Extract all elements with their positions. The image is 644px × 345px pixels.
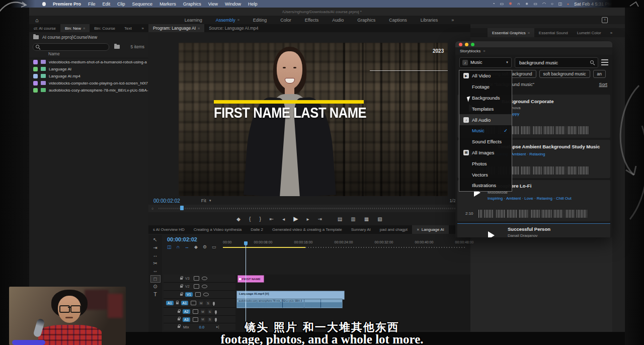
workspace-tab-editing[interactable]: Editing bbox=[253, 18, 267, 23]
battery-icon[interactable]: ▭ bbox=[533, 2, 537, 6]
captions-track-icon[interactable]: ▭ bbox=[212, 244, 216, 249]
extract-icon[interactable]: ▥ bbox=[351, 216, 355, 222]
zoom-traffic-icon[interactable] bbox=[471, 43, 474, 46]
mark-out-icon[interactable]: } bbox=[259, 216, 261, 222]
chip-suggestion[interactable]: soft background music bbox=[539, 70, 590, 78]
menubar-item-markers[interactable]: Markers bbox=[159, 2, 176, 7]
sort-button[interactable]: Sort bbox=[599, 82, 607, 87]
rectangle-tool-icon[interactable]: □ bbox=[150, 275, 160, 283]
project-search-input[interactable] bbox=[33, 43, 109, 51]
wifi-icon[interactable]: ◠ bbox=[542, 2, 546, 6]
menubar-item-help[interactable]: Help bbox=[248, 2, 258, 7]
timeline-timecode[interactable]: 00:00:02:02 bbox=[167, 236, 197, 242]
tab-project-ai-course[interactable]: ct: AI course bbox=[29, 24, 60, 32]
track-title[interactable]: Timelapse Ambient Background Study Music bbox=[498, 144, 606, 149]
snap-toggle-icon[interactable]: ∩ bbox=[177, 244, 180, 249]
menubar-item-edit[interactable]: Edit bbox=[103, 2, 111, 7]
waveform[interactable] bbox=[478, 210, 588, 218]
lift-icon[interactable]: ▤ bbox=[338, 216, 342, 222]
pinwheel-icon[interactable]: ✱ bbox=[509, 2, 512, 6]
search-icon[interactable] bbox=[590, 60, 595, 65]
menu-item-all-images[interactable]: ▦All Images bbox=[459, 147, 512, 158]
nest-toggle-icon[interactable]: ◫ bbox=[167, 244, 172, 249]
label-color-chip[interactable] bbox=[33, 88, 38, 93]
marker-icon[interactable]: ◆ bbox=[194, 244, 198, 249]
mute-button[interactable]: M bbox=[199, 301, 203, 305]
project-row[interactable]: videoblocks-medium-shot-of-a-humanoid-ro… bbox=[29, 58, 148, 65]
track-name[interactable]: V1 bbox=[185, 292, 193, 297]
sync-lock-icon[interactable] bbox=[193, 309, 198, 314]
sync-lock-icon[interactable] bbox=[194, 276, 199, 281]
track-output-eye-icon[interactable] bbox=[202, 285, 207, 288]
sync-lock-icon[interactable] bbox=[195, 292, 201, 297]
menubar-item-window[interactable]: Window bbox=[225, 2, 241, 7]
control-center-icon[interactable]: ◫ bbox=[558, 2, 562, 6]
track-name[interactable]: V3 bbox=[185, 277, 191, 280]
tab-bin-new[interactable]: Bin: New≡ bbox=[60, 24, 90, 32]
column-header-name[interactable]: Name bbox=[29, 51, 148, 58]
menubar-item-file[interactable]: File bbox=[88, 2, 96, 7]
seq-tab-4[interactable]: Sunnary AI bbox=[347, 225, 375, 234]
track-name[interactable]: V2 bbox=[185, 285, 191, 288]
linked-selection-icon[interactable]: ↔ bbox=[185, 244, 189, 249]
menu-item-vectors[interactable]: Vectors bbox=[459, 169, 512, 180]
panel-menu-icon[interactable]: ≡ bbox=[528, 31, 530, 35]
seq-tab-active[interactable]: ✕Language AI bbox=[412, 225, 449, 234]
fit-dropdown[interactable]: Fit▼ bbox=[201, 198, 212, 203]
track-title[interactable]: Background Corporate bbox=[502, 99, 606, 104]
tab-essential-graphics[interactable]: Essential Graphics≡ bbox=[488, 28, 534, 37]
minimize-traffic-icon[interactable] bbox=[465, 43, 468, 46]
project-overflow-chevron[interactable]: » bbox=[137, 24, 148, 32]
audio-card[interactable]: Successful Person Danail Draganov bbox=[457, 223, 610, 237]
label-color-chip[interactable] bbox=[33, 74, 38, 78]
menubar-item-sequence[interactable]: Sequence bbox=[132, 2, 153, 7]
workspace-overflow-chevron[interactable]: » bbox=[451, 18, 454, 23]
hand-tool-icon[interactable]: ⊙ bbox=[149, 283, 162, 291]
workspace-tab-assembly[interactable]: Assembly≡ bbox=[216, 18, 239, 23]
button-editor-icon[interactable]: ▧ bbox=[377, 216, 382, 222]
project-row[interactable]: Language AI.mp4 bbox=[29, 72, 148, 79]
menu-item-music[interactable]: Music✓ bbox=[459, 125, 512, 136]
lock-icon[interactable] bbox=[180, 294, 183, 296]
track-artist[interactable]: nova bbox=[512, 106, 606, 110]
track-tags[interactable]: Happy bbox=[508, 112, 606, 116]
lock-icon[interactable] bbox=[178, 311, 180, 313]
mark-in-icon[interactable]: { bbox=[249, 216, 251, 222]
seq-tab-5[interactable]: pad and chagpt bbox=[375, 225, 412, 234]
menu-item-sound-effects[interactable]: Sound Effects bbox=[459, 136, 512, 147]
menu-item-photos[interactable]: Photos bbox=[459, 158, 512, 169]
menu-item-all-video[interactable]: ▶All Video bbox=[459, 70, 512, 81]
export-frame-icon[interactable]: ▦ bbox=[364, 216, 369, 222]
share-export-icon[interactable]: ↑ bbox=[602, 17, 608, 23]
menubar-app-name[interactable]: Premiere Pro bbox=[53, 2, 81, 7]
tab-source-monitor[interactable]: Source: Language AI.mp4 bbox=[204, 24, 263, 32]
menu-item-templates[interactable]: Templates bbox=[459, 103, 512, 114]
workspace-tab-captions[interactable]: Captions bbox=[389, 18, 407, 23]
go-to-in-icon[interactable]: ⇤ bbox=[270, 216, 274, 222]
timeline-settings-icon[interactable]: ⚙ bbox=[203, 244, 207, 249]
right-overflow-chevron[interactable]: » bbox=[606, 28, 617, 37]
storyblocks-tab[interactable]: Storyblocks≡ bbox=[455, 47, 612, 55]
chip-suggestion[interactable]: an bbox=[593, 70, 606, 78]
tab-text[interactable]: Text bbox=[120, 24, 136, 32]
workspace-tab-color[interactable]: Color bbox=[280, 18, 291, 23]
menu-item-illustrations[interactable]: Illustrations bbox=[459, 180, 512, 191]
label-color-chip[interactable] bbox=[33, 81, 38, 85]
audio-clip[interactable]: audioblocks-cozy-atmosphere-78-mix_BErLv… bbox=[236, 299, 343, 308]
workspace-tab-graphics[interactable]: Graphics bbox=[357, 18, 375, 23]
track-output-eye-icon[interactable] bbox=[202, 277, 207, 280]
close-traffic-icon[interactable] bbox=[459, 43, 462, 46]
track-tags[interactable]: Inspiring · Ambient · Love · Relaxing · … bbox=[488, 196, 606, 201]
panel-menu-icon[interactable]: ≡ bbox=[83, 27, 85, 30]
search-bar[interactable] bbox=[515, 57, 598, 68]
track-name[interactable]: A2 bbox=[183, 309, 190, 314]
view-options-icon[interactable] bbox=[601, 59, 608, 66]
headphones-icon[interactable]: ∩ bbox=[517, 2, 520, 6]
play-icon[interactable]: ▶ bbox=[293, 215, 298, 222]
track-header-a1[interactable]: A1 A1 M S bbox=[164, 299, 238, 308]
type-tool-icon[interactable]: T bbox=[149, 290, 162, 298]
menubar-item-clip[interactable]: Clip bbox=[117, 2, 125, 7]
scrubber-track[interactable] bbox=[158, 208, 466, 209]
solo-button[interactable]: S bbox=[208, 309, 212, 314]
bin-up-icon[interactable] bbox=[33, 35, 39, 39]
